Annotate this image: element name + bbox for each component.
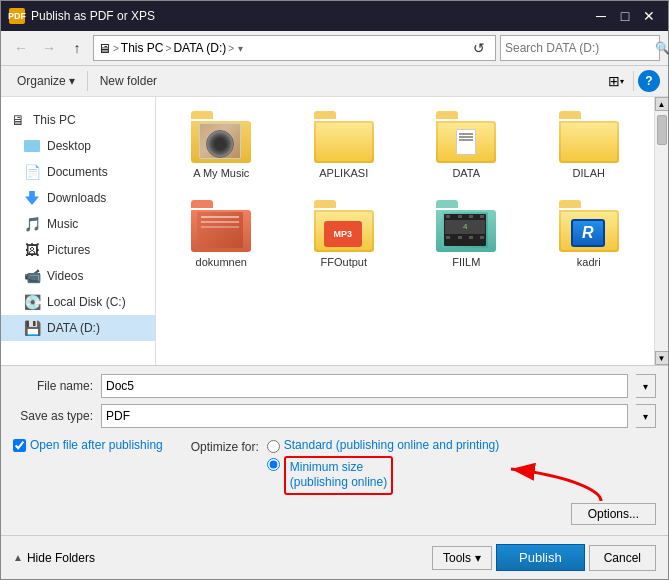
content-area: 🖥 This PC Desktop 📄 Documents — [1, 97, 668, 365]
hide-folders-label: Hide Folders — [27, 551, 95, 565]
file-label-data: DATA — [452, 167, 480, 180]
documents-icon: 📄 — [23, 163, 41, 181]
file-item-kadri[interactable]: R kadri — [532, 194, 647, 275]
file-label-amymusic: A My Music — [193, 167, 249, 180]
address-bar[interactable]: 🖥 > This PC > DATA (D:) > ▾ ↺ — [93, 35, 496, 61]
file-label-aplikasi: APLIKASI — [319, 167, 368, 180]
cancel-button[interactable]: Cancel — [589, 545, 656, 571]
view-icon: ⊞ — [608, 73, 620, 89]
maximize-button[interactable]: □ — [614, 5, 636, 27]
dialog-icon: PDF — [9, 8, 25, 24]
file-item-ffoutput[interactable]: MP3 FFOutput — [287, 194, 402, 275]
videos-icon: 📹 — [23, 267, 41, 285]
savetype-row: Save as type: ▾ — [13, 404, 656, 428]
desktop-icon — [23, 137, 41, 155]
sidebar-item-music[interactable]: 🎵 Music — [1, 211, 155, 237]
file-item-dilah[interactable]: DILAH — [532, 105, 647, 186]
file-label-dokumnen: dokumnen — [196, 256, 247, 269]
sidebar-item-documents[interactable]: 📄 Documents — [1, 159, 155, 185]
address-data: DATA (D:) — [173, 41, 226, 55]
file-label-ffoutput: FFOutput — [321, 256, 367, 269]
file-item-data[interactable]: DATA — [409, 105, 524, 186]
tools-button[interactable]: Tools ▾ — [432, 546, 492, 570]
minimize-button[interactable]: ─ — [590, 5, 612, 27]
filename-row: File name: ▾ — [13, 374, 656, 398]
file-label-kadri: kadri — [577, 256, 601, 269]
search-icon: 🔍 — [655, 41, 669, 55]
scrollbar-track[interactable]: ▲ ▼ — [654, 97, 668, 365]
standard-radio[interactable] — [267, 440, 280, 453]
organize-button[interactable]: Organize ▾ — [9, 71, 83, 91]
sidebar-item-pictures[interactable]: 🖼 Pictures — [1, 237, 155, 263]
optimize-label: Optimize for: — [191, 440, 259, 454]
file-area: A My Music APLIKASI — [156, 97, 654, 365]
savetype-input[interactable] — [101, 404, 628, 428]
dialog-title: Publish as PDF or XPS — [31, 9, 590, 23]
options-button[interactable]: Options... — [571, 503, 656, 525]
toolbar-separator2 — [633, 71, 634, 91]
second-toolbar: Organize ▾ New folder ⊞ ▾ ? — [1, 66, 668, 97]
sidebar-label-localc: Local Disk (C:) — [47, 295, 126, 309]
sidebar-item-thispc[interactable]: 🖥 This PC — [1, 107, 155, 133]
address-dropdown-button[interactable]: ▾ — [238, 43, 243, 54]
scroll-up-button[interactable]: ▲ — [655, 97, 669, 111]
toolbar: ← → ↑ 🖥 > This PC > DATA (D:) > ▾ ↺ 🔍 — [1, 31, 668, 66]
file-item-dokumnen[interactable]: dokumnen — [164, 194, 279, 275]
scroll-down-button[interactable]: ▼ — [655, 351, 669, 365]
sidebar-item-datad[interactable]: 💾 DATA (D:) — [1, 315, 155, 341]
tools-label: Tools — [443, 551, 471, 565]
localc-icon: 💽 — [23, 293, 41, 311]
close-button[interactable]: ✕ — [638, 5, 660, 27]
savetype-dropdown-button[interactable]: ▾ — [636, 404, 656, 428]
address-crumb: 🖥 > This PC > DATA (D:) > — [98, 41, 234, 56]
sidebar-item-desktop[interactable]: Desktop — [1, 133, 155, 159]
action-buttons: Tools ▾ Publish Cancel — [432, 544, 656, 571]
help-button[interactable]: ? — [638, 70, 660, 92]
filename-dropdown-button[interactable]: ▾ — [636, 374, 656, 398]
forward-button[interactable]: → — [37, 36, 61, 60]
bottom-panel: File name: ▾ Save as type: ▾ Open file a… — [1, 365, 668, 535]
sidebar-label-documents: Documents — [47, 165, 108, 179]
sidebar-item-videos[interactable]: 📹 Videos — [1, 263, 155, 289]
search-input[interactable] — [505, 41, 655, 55]
publish-button[interactable]: Publish — [496, 544, 585, 571]
minimum-radio[interactable] — [267, 458, 280, 471]
view-button[interactable]: ⊞ ▾ — [603, 69, 629, 93]
refresh-button[interactable]: ↺ — [467, 36, 491, 60]
organize-arrow: ▾ — [69, 74, 75, 88]
standard-label[interactable]: Standard (publishing online and printing… — [284, 438, 499, 454]
downloads-icon — [23, 189, 41, 207]
minimum-radio-item: Minimum size(publishing online) — [267, 456, 499, 495]
back-button[interactable]: ← — [9, 36, 33, 60]
file-item-amymusic[interactable]: A My Music — [164, 105, 279, 186]
filename-label: File name: — [13, 379, 93, 393]
hide-folders-button[interactable]: ▲ Hide Folders — [13, 551, 95, 565]
filename-input[interactable] — [101, 374, 628, 398]
open-after-publish-checkbox[interactable] — [13, 439, 26, 452]
up-button[interactable]: ↑ — [65, 36, 89, 60]
new-folder-button[interactable]: New folder — [92, 71, 165, 91]
publish-dialog: PDF Publish as PDF or XPS ─ □ ✕ ← → ↑ 🖥 … — [0, 0, 669, 580]
files-grid: A My Music APLIKASI — [164, 105, 646, 275]
sidebar-label-pictures: Pictures — [47, 243, 90, 257]
options-row: Open file after publishing Optimize for:… — [13, 434, 656, 501]
open-after-publish-group: Open file after publishing — [13, 438, 163, 452]
new-folder-label: New folder — [100, 74, 157, 88]
sidebar-label-downloads: Downloads — [47, 191, 106, 205]
search-box: 🔍 — [500, 35, 660, 61]
title-bar-buttons: ─ □ ✕ — [590, 5, 660, 27]
sidebar-label-desktop: Desktop — [47, 139, 91, 153]
file-item-aplikasi[interactable]: APLIKASI — [287, 105, 402, 186]
open-after-publish-label[interactable]: Open file after publishing — [30, 438, 163, 452]
sidebar-item-localc[interactable]: 💽 Local Disk (C:) — [1, 289, 155, 315]
sidebar-item-downloads[interactable]: Downloads — [1, 185, 155, 211]
sidebar-label-music: Music — [47, 217, 78, 231]
file-item-fiilm[interactable]: 4 FIILM — [409, 194, 524, 275]
file-label-fiilm: FIILM — [452, 256, 480, 269]
organize-label: Organize — [17, 74, 66, 88]
minimum-label[interactable]: Minimum size(publishing online) — [290, 460, 387, 490]
pictures-icon: 🖼 — [23, 241, 41, 259]
hide-folders-arrow: ▲ — [13, 552, 23, 563]
address-thispc: This PC — [121, 41, 164, 55]
music-icon: 🎵 — [23, 215, 41, 233]
